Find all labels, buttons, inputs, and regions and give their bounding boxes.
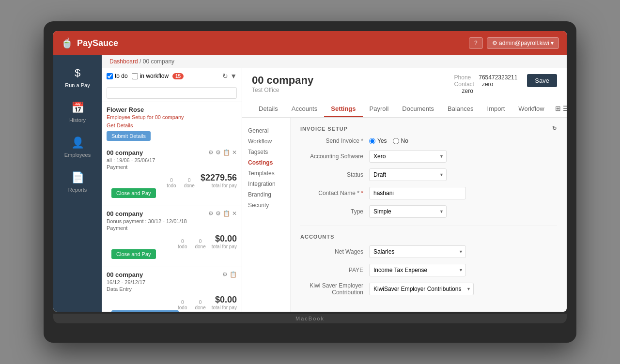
tab-documents[interactable]: Documents (395, 101, 441, 117)
sidebar-item-employees[interactable]: 👤 Employees (53, 130, 102, 165)
settings-nav-workflow[interactable]: Workflow (248, 136, 284, 147)
search-input[interactable] (107, 87, 237, 99)
refresh-icon[interactable]: ↻ (552, 125, 557, 132)
tab-details[interactable]: Details (252, 101, 285, 117)
tab-balances[interactable]: Balances (441, 101, 480, 117)
flower-rose-task: Flower Rose Employee Setup for 00 compan… (102, 102, 242, 145)
todo-checkbox-group[interactable]: to do (107, 73, 128, 79)
pay-card-1-counts: 0todo 0done (167, 178, 195, 188)
sidebar-item-reports[interactable]: 📄 Reports (53, 165, 102, 199)
tab-accounts[interactable]: Accounts (285, 101, 324, 117)
settings-nav-integration[interactable]: Integration (248, 179, 284, 189)
tabs-bar: Details Accounts Settings Payroll Docume… (252, 99, 557, 117)
copy-icon[interactable]: 📋 (230, 271, 237, 278)
save-button[interactable]: Save (527, 74, 557, 87)
send-invoice-label: Send Invoice * (300, 137, 363, 144)
company-name: 00 company (252, 74, 313, 87)
breadcrumb: Dashboard / 00 company (102, 55, 567, 68)
accounts-section-header: ACCOUNTS (300, 234, 557, 240)
brand-icon: 🍵 (61, 37, 73, 49)
task-name: Flower Rose Employee Setup for 00 compan… (102, 102, 242, 122)
pay-card-3: 00 company ⚙ 📋 16/12 - 29/12/17 Data Ent… (102, 267, 242, 312)
in-workflow-checkbox-group[interactable]: in workflow (132, 73, 169, 79)
list-view-icon[interactable]: ☰ (563, 105, 567, 112)
pay-card-2-icons: ⚙ ⚙ 📋 ✕ (208, 210, 237, 217)
sidebar-item-label: Run a Pay (65, 82, 90, 88)
net-wages-select[interactable]: Salaries (369, 245, 466, 258)
tab-view-icons: ⊞ ☰ 📄 (551, 103, 567, 114)
pay-card-2-type: Payment (107, 225, 237, 231)
send-invoice-yes-label[interactable]: Yes (369, 137, 387, 144)
kiwisaver-select[interactable]: KiwiSaver Employer Contributions (369, 283, 474, 295)
submit-pay-button[interactable]: Submit Pay for Payment (111, 310, 179, 312)
pay-card-1: 00 company ⚙ ⚙ 📋 ✕ all : 19/06 - (102, 145, 242, 206)
send-invoice-yes-radio[interactable] (369, 138, 375, 144)
copy-icon[interactable]: 📋 (223, 149, 230, 156)
send-invoice-radio-group[interactable]: Yes No (369, 137, 408, 144)
app-header: 🍵 PaySauce ? ⚙ admin@payroll.kiwi ▾ (53, 31, 567, 55)
gear-icon[interactable]: ⚙ (216, 210, 221, 217)
settings-nav-tagsets[interactable]: Tagsets (248, 147, 284, 157)
type-label: Type (300, 208, 363, 215)
pay-card-2: 00 company ⚙ ⚙ 📋 ✕ Bonus payment (102, 206, 242, 267)
pay-card-1-type: Payment (107, 164, 237, 170)
grid-view-icon[interactable]: ⊞ (555, 105, 561, 112)
tab-payroll[interactable]: Payroll (363, 101, 396, 117)
todo-checkbox[interactable] (107, 73, 113, 79)
company-meta: Phone 765472323211 Contact zero (454, 74, 518, 94)
kiwisaver-select-wrapper: KiwiSaver Employer Contributions (369, 283, 474, 295)
refresh-icon[interactable]: ↻ (222, 72, 228, 80)
admin-menu-button[interactable]: ⚙ admin@payroll.kiwi ▾ (487, 37, 559, 49)
close-and-pay-button-1[interactable]: Close and Pay (111, 188, 156, 198)
settings-icon[interactable]: ⚙ (222, 271, 228, 278)
gear-icon[interactable]: ⚙ (216, 149, 221, 156)
settings-nav-branding[interactable]: Branding (248, 189, 284, 200)
tab-workflow[interactable]: Workflow (512, 101, 551, 117)
settings-body: General Workflow Tagsets Costings Templa… (242, 118, 567, 312)
breadcrumb-separator: / (140, 58, 141, 65)
sidebar-item-run-a-pay[interactable]: $ Run a Pay (53, 60, 102, 95)
document-icon: 📄 (71, 171, 84, 184)
breadcrumb-current: 00 company (143, 58, 174, 65)
tab-settings[interactable]: Settings (324, 101, 362, 117)
settings-nav-templates[interactable]: Templates (248, 168, 284, 179)
settings-nav-costings[interactable]: Costings (248, 157, 284, 168)
tab-import[interactable]: Import (480, 101, 512, 117)
accounting-software-select-wrapper: Xero (369, 150, 447, 163)
pay-card-2-amount: $0.00 (212, 234, 237, 244)
sidebar: $ Run a Pay 📅 History 👤 Employees 📄 Repo… (53, 55, 102, 312)
in-workflow-checkbox[interactable] (132, 73, 138, 79)
settings-icon[interactable]: ⚙ (208, 149, 214, 156)
status-row: Status Draft (300, 168, 557, 181)
submit-details-button[interactable]: Submit Details (107, 131, 151, 141)
close-icon[interactable]: ✕ (232, 149, 237, 156)
laptop-label: MacBook (295, 316, 325, 321)
settings-nav-general[interactable]: General (248, 125, 284, 136)
net-wages-row: Net Wages Salaries (300, 245, 557, 258)
paye-select[interactable]: Income Tax Expense (369, 264, 466, 276)
help-button[interactable]: ? (469, 37, 483, 49)
contact-name-row: Contact Name * hashani (300, 187, 557, 199)
type-select[interactable]: Simple (369, 205, 447, 218)
send-invoice-no-radio[interactable] (393, 138, 399, 144)
tabs: Details Accounts Settings Payroll Docume… (252, 99, 551, 117)
invoice-setup-header: INVOICE SETUP ↻ (300, 125, 557, 132)
get-details-link[interactable]: Get Details (102, 122, 242, 131)
close-and-pay-button-2[interactable]: Close and Pay (111, 249, 156, 259)
copy-icon[interactable]: 📋 (223, 210, 230, 217)
company-header: 00 company Test Office Phone (242, 68, 567, 118)
accounting-software-label: Accounting Software (300, 153, 363, 160)
settings-icon[interactable]: ⚙ (208, 210, 214, 217)
settings-content: INVOICE SETUP ↻ Send Invoice * (291, 118, 567, 312)
sidebar-item-history[interactable]: 📅 History (53, 95, 102, 130)
contact-name-input[interactable]: hashani (369, 187, 466, 199)
close-icon[interactable]: ✕ (232, 210, 237, 217)
send-invoice-no-label[interactable]: No (393, 137, 408, 144)
breadcrumb-dashboard[interactable]: Dashboard (109, 58, 138, 65)
settings-nav-security[interactable]: Security (248, 200, 284, 211)
pay-card-1-icons: ⚙ ⚙ 📋 ✕ (208, 149, 237, 156)
filter-icon[interactable]: ▼ (230, 72, 237, 80)
accounting-software-select[interactable]: Xero (369, 150, 447, 163)
status-select[interactable]: Draft (369, 168, 447, 181)
workflow-icons: ↻ ▼ (222, 72, 237, 80)
